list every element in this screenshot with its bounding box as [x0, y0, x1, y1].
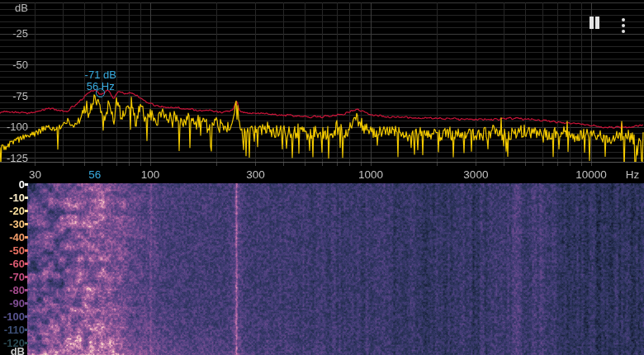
colorbar-label: -50: [0, 244, 25, 257]
colorbar-unit-label: dB: [0, 345, 25, 355]
colorbar-label: 0: [0, 178, 25, 191]
colorbar-tick: [25, 342, 28, 344]
colorbar-label: -110: [0, 324, 25, 336]
colorbar-label: -20: [0, 205, 25, 217]
colorbar-tick: [25, 329, 28, 331]
x-tick-label: 300: [230, 168, 280, 182]
x-tick-label: 1000: [346, 168, 395, 182]
pause-icon: [590, 17, 594, 29]
colorbar-tick: [25, 236, 28, 239]
colorbar-tick: [25, 289, 28, 291]
overflow-menu-icon: [622, 24, 625, 27]
pause-icon: [595, 17, 599, 29]
colorbar-label: -70: [0, 271, 25, 283]
cursor-marker-circle[interactable]: [96, 88, 105, 97]
colorbar-tick: [25, 223, 28, 225]
colorbar-label: -90: [0, 297, 25, 310]
colorbar-tick: [25, 315, 28, 318]
colorbar-tick: [25, 276, 28, 278]
y-axis-unit-label: dB: [0, 2, 28, 14]
y-tick-label: -100: [0, 121, 28, 133]
overflow-menu-icon: [622, 18, 625, 21]
y-tick-label: -75: [0, 90, 28, 102]
x-tick-label-cursor: 56: [70, 168, 120, 182]
colorbar-label: -100: [0, 310, 25, 323]
spectrogram-color-scale: 0-10-20-30-40-50-60-70-80-90-100-110-120…: [0, 178, 27, 355]
colorbar-label: -40: [0, 231, 25, 244]
x-tick-label: 3000: [451, 168, 500, 182]
colorbar-label: -10: [0, 192, 25, 204]
marker-db-label: -71 dB: [64, 69, 138, 81]
y-tick-label: -50: [0, 59, 28, 71]
colorbar-label: -30: [0, 218, 25, 230]
overflow-menu-icon: [622, 30, 625, 33]
x-tick-label: 100: [125, 168, 175, 182]
colorbar-label: -60: [0, 258, 25, 270]
colorbar-tick: [25, 249, 28, 252]
overflow-menu-button[interactable]: [618, 16, 628, 36]
y-tick-label: -125: [0, 152, 28, 164]
colorbar-tick: [25, 210, 28, 212]
x-axis-unit-label: Hz: [621, 168, 644, 182]
spectrogram-canvas[interactable]: [27, 183, 644, 355]
spectrum-analyzer-app: dB -25-50-75-100-125 3056100300100030001…: [0, 0, 644, 355]
colorbar-tick: [25, 302, 28, 305]
colorbar-tick: [25, 183, 28, 186]
x-tick-label: 10000: [566, 168, 616, 182]
y-tick-label: -25: [0, 27, 28, 40]
pause-button[interactable]: [587, 15, 604, 31]
colorbar-tick: [25, 263, 28, 265]
colorbar-tick: [25, 196, 28, 199]
colorbar-label: -80: [0, 284, 25, 296]
